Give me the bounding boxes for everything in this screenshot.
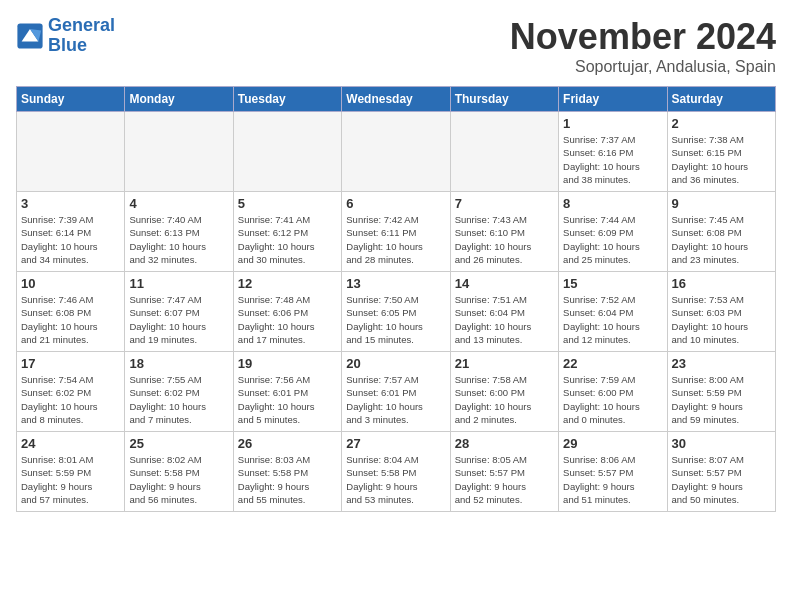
month-title: November 2024 xyxy=(510,16,776,58)
day-info: Sunrise: 8:04 AM Sunset: 5:58 PM Dayligh… xyxy=(346,453,445,506)
day-info: Sunrise: 7:53 AM Sunset: 6:03 PM Dayligh… xyxy=(672,293,771,346)
day-info: Sunrise: 7:50 AM Sunset: 6:05 PM Dayligh… xyxy=(346,293,445,346)
day-info: Sunrise: 7:55 AM Sunset: 6:02 PM Dayligh… xyxy=(129,373,228,426)
day-number: 28 xyxy=(455,436,554,451)
day-number: 17 xyxy=(21,356,120,371)
day-info: Sunrise: 7:54 AM Sunset: 6:02 PM Dayligh… xyxy=(21,373,120,426)
day-info: Sunrise: 7:52 AM Sunset: 6:04 PM Dayligh… xyxy=(563,293,662,346)
day-number: 4 xyxy=(129,196,228,211)
calendar-cell: 25Sunrise: 8:02 AM Sunset: 5:58 PM Dayli… xyxy=(125,432,233,512)
calendar-cell: 17Sunrise: 7:54 AM Sunset: 6:02 PM Dayli… xyxy=(17,352,125,432)
day-number: 13 xyxy=(346,276,445,291)
calendar-cell: 16Sunrise: 7:53 AM Sunset: 6:03 PM Dayli… xyxy=(667,272,775,352)
header: General Blue November 2024 Soportujar, A… xyxy=(16,16,776,76)
day-info: Sunrise: 8:06 AM Sunset: 5:57 PM Dayligh… xyxy=(563,453,662,506)
day-info: Sunrise: 8:05 AM Sunset: 5:57 PM Dayligh… xyxy=(455,453,554,506)
day-info: Sunrise: 7:42 AM Sunset: 6:11 PM Dayligh… xyxy=(346,213,445,266)
day-number: 27 xyxy=(346,436,445,451)
day-header-sunday: Sunday xyxy=(17,87,125,112)
day-info: Sunrise: 7:38 AM Sunset: 6:15 PM Dayligh… xyxy=(672,133,771,186)
day-info: Sunrise: 8:02 AM Sunset: 5:58 PM Dayligh… xyxy=(129,453,228,506)
day-number: 12 xyxy=(238,276,337,291)
calendar-cell: 7Sunrise: 7:43 AM Sunset: 6:10 PM Daylig… xyxy=(450,192,558,272)
week-row-2: 3Sunrise: 7:39 AM Sunset: 6:14 PM Daylig… xyxy=(17,192,776,272)
header-row: SundayMondayTuesdayWednesdayThursdayFrid… xyxy=(17,87,776,112)
calendar-cell xyxy=(125,112,233,192)
day-number: 16 xyxy=(672,276,771,291)
day-number: 6 xyxy=(346,196,445,211)
calendar-cell: 5Sunrise: 7:41 AM Sunset: 6:12 PM Daylig… xyxy=(233,192,341,272)
day-info: Sunrise: 7:48 AM Sunset: 6:06 PM Dayligh… xyxy=(238,293,337,346)
day-info: Sunrise: 7:59 AM Sunset: 6:00 PM Dayligh… xyxy=(563,373,662,426)
logo-text: General Blue xyxy=(48,16,115,56)
logo-icon xyxy=(16,22,44,50)
logo-line2: Blue xyxy=(48,35,87,55)
day-info: Sunrise: 7:37 AM Sunset: 6:16 PM Dayligh… xyxy=(563,133,662,186)
day-number: 24 xyxy=(21,436,120,451)
day-info: Sunrise: 7:45 AM Sunset: 6:08 PM Dayligh… xyxy=(672,213,771,266)
day-number: 18 xyxy=(129,356,228,371)
calendar-cell xyxy=(233,112,341,192)
calendar-cell: 4Sunrise: 7:40 AM Sunset: 6:13 PM Daylig… xyxy=(125,192,233,272)
day-number: 26 xyxy=(238,436,337,451)
day-info: Sunrise: 8:03 AM Sunset: 5:58 PM Dayligh… xyxy=(238,453,337,506)
day-header-monday: Monday xyxy=(125,87,233,112)
day-number: 11 xyxy=(129,276,228,291)
calendar-cell: 29Sunrise: 8:06 AM Sunset: 5:57 PM Dayli… xyxy=(559,432,667,512)
day-number: 9 xyxy=(672,196,771,211)
calendar-cell: 6Sunrise: 7:42 AM Sunset: 6:11 PM Daylig… xyxy=(342,192,450,272)
day-number: 25 xyxy=(129,436,228,451)
calendar-cell: 1Sunrise: 7:37 AM Sunset: 6:16 PM Daylig… xyxy=(559,112,667,192)
day-number: 7 xyxy=(455,196,554,211)
calendar-header: SundayMondayTuesdayWednesdayThursdayFrid… xyxy=(17,87,776,112)
day-number: 23 xyxy=(672,356,771,371)
day-header-saturday: Saturday xyxy=(667,87,775,112)
calendar-cell: 27Sunrise: 8:04 AM Sunset: 5:58 PM Dayli… xyxy=(342,432,450,512)
day-info: Sunrise: 8:00 AM Sunset: 5:59 PM Dayligh… xyxy=(672,373,771,426)
day-header-tuesday: Tuesday xyxy=(233,87,341,112)
day-info: Sunrise: 7:57 AM Sunset: 6:01 PM Dayligh… xyxy=(346,373,445,426)
day-number: 10 xyxy=(21,276,120,291)
day-info: Sunrise: 8:07 AM Sunset: 5:57 PM Dayligh… xyxy=(672,453,771,506)
day-number: 19 xyxy=(238,356,337,371)
calendar-body: 1Sunrise: 7:37 AM Sunset: 6:16 PM Daylig… xyxy=(17,112,776,512)
day-number: 3 xyxy=(21,196,120,211)
day-info: Sunrise: 7:58 AM Sunset: 6:00 PM Dayligh… xyxy=(455,373,554,426)
day-info: Sunrise: 7:47 AM Sunset: 6:07 PM Dayligh… xyxy=(129,293,228,346)
title-area: November 2024 Soportujar, Andalusia, Spa… xyxy=(510,16,776,76)
calendar-cell: 11Sunrise: 7:47 AM Sunset: 6:07 PM Dayli… xyxy=(125,272,233,352)
day-header-thursday: Thursday xyxy=(450,87,558,112)
calendar-cell: 18Sunrise: 7:55 AM Sunset: 6:02 PM Dayli… xyxy=(125,352,233,432)
calendar-cell: 23Sunrise: 8:00 AM Sunset: 5:59 PM Dayli… xyxy=(667,352,775,432)
day-info: Sunrise: 7:51 AM Sunset: 6:04 PM Dayligh… xyxy=(455,293,554,346)
day-info: Sunrise: 8:01 AM Sunset: 5:59 PM Dayligh… xyxy=(21,453,120,506)
calendar-cell: 20Sunrise: 7:57 AM Sunset: 6:01 PM Dayli… xyxy=(342,352,450,432)
calendar-cell xyxy=(450,112,558,192)
day-number: 20 xyxy=(346,356,445,371)
day-number: 1 xyxy=(563,116,662,131)
week-row-4: 17Sunrise: 7:54 AM Sunset: 6:02 PM Dayli… xyxy=(17,352,776,432)
calendar-cell: 12Sunrise: 7:48 AM Sunset: 6:06 PM Dayli… xyxy=(233,272,341,352)
day-info: Sunrise: 7:39 AM Sunset: 6:14 PM Dayligh… xyxy=(21,213,120,266)
day-number: 2 xyxy=(672,116,771,131)
calendar-cell: 14Sunrise: 7:51 AM Sunset: 6:04 PM Dayli… xyxy=(450,272,558,352)
calendar-cell: 24Sunrise: 8:01 AM Sunset: 5:59 PM Dayli… xyxy=(17,432,125,512)
calendar-cell: 8Sunrise: 7:44 AM Sunset: 6:09 PM Daylig… xyxy=(559,192,667,272)
logo-line1: General xyxy=(48,15,115,35)
day-header-wednesday: Wednesday xyxy=(342,87,450,112)
calendar-cell: 28Sunrise: 8:05 AM Sunset: 5:57 PM Dayli… xyxy=(450,432,558,512)
calendar-cell: 26Sunrise: 8:03 AM Sunset: 5:58 PM Dayli… xyxy=(233,432,341,512)
day-info: Sunrise: 7:56 AM Sunset: 6:01 PM Dayligh… xyxy=(238,373,337,426)
day-number: 30 xyxy=(672,436,771,451)
day-number: 29 xyxy=(563,436,662,451)
location-subtitle: Soportujar, Andalusia, Spain xyxy=(510,58,776,76)
day-info: Sunrise: 7:46 AM Sunset: 6:08 PM Dayligh… xyxy=(21,293,120,346)
week-row-5: 24Sunrise: 8:01 AM Sunset: 5:59 PM Dayli… xyxy=(17,432,776,512)
day-number: 22 xyxy=(563,356,662,371)
calendar-cell: 13Sunrise: 7:50 AM Sunset: 6:05 PM Dayli… xyxy=(342,272,450,352)
day-info: Sunrise: 7:40 AM Sunset: 6:13 PM Dayligh… xyxy=(129,213,228,266)
day-number: 8 xyxy=(563,196,662,211)
calendar-cell: 9Sunrise: 7:45 AM Sunset: 6:08 PM Daylig… xyxy=(667,192,775,272)
calendar-cell xyxy=(342,112,450,192)
day-info: Sunrise: 7:44 AM Sunset: 6:09 PM Dayligh… xyxy=(563,213,662,266)
